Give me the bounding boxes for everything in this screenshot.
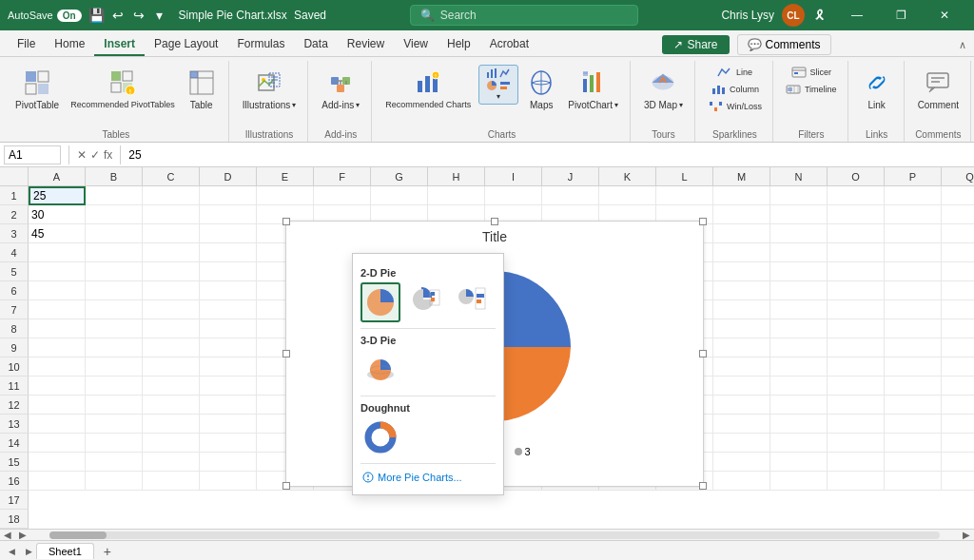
formula-input[interactable] <box>128 148 970 162</box>
tab-pagelayout[interactable]: Page Layout <box>145 33 227 56</box>
chart-type-dropdown[interactable]: 2-D Pie <box>352 253 504 495</box>
cancel-formula-icon[interactable]: ✕ <box>77 148 87 162</box>
cell-n2[interactable] <box>770 205 828 224</box>
row-9[interactable]: 9 <box>0 338 29 357</box>
tab-insert[interactable]: Insert <box>94 33 145 56</box>
cell-p3[interactable] <box>885 224 942 243</box>
cell-p2[interactable] <box>885 205 942 224</box>
link-button[interactable]: Link <box>858 65 896 114</box>
col-header-c[interactable]: C <box>143 167 200 185</box>
addins-button[interactable]: Add-ins ▾ <box>318 65 363 114</box>
cell-j1[interactable] <box>542 186 599 205</box>
col-header-j[interactable]: J <box>542 167 599 185</box>
resize-handle-bl[interactable] <box>282 482 290 490</box>
col-header-f[interactable]: F <box>314 167 371 185</box>
share-button[interactable]: ↗ Share <box>662 35 729 54</box>
row-16[interactable]: 16 <box>0 472 29 491</box>
cell-o2[interactable] <box>828 205 885 224</box>
cell-q3[interactable] <box>942 224 974 243</box>
cell-a3[interactable]: 45 <box>29 224 86 243</box>
maps-button[interactable]: Maps <box>522 65 560 114</box>
pivottable-button[interactable]: PivotTable <box>11 65 63 114</box>
cell-m1[interactable] <box>713 186 770 205</box>
cell-q1[interactable] <box>942 186 974 205</box>
tab-formulas[interactable]: Formulas <box>227 33 294 56</box>
scroll-left-arrow[interactable]: ◀ <box>0 530 15 541</box>
col-header-g[interactable]: G <box>371 167 428 185</box>
cell-m3[interactable] <box>713 224 770 243</box>
row-7[interactable]: 7 <box>0 300 29 319</box>
autosave-toggle[interactable]: AutoSave On <box>8 10 82 22</box>
cell-e1[interactable] <box>257 186 314 205</box>
resize-handle-l[interactable] <box>282 350 290 357</box>
redo-icon[interactable]: ↪ <box>131 8 146 23</box>
cell-k1[interactable] <box>599 186 656 205</box>
table-button[interactable]: Table <box>183 65 221 114</box>
doughnut-option[interactable] <box>360 417 400 457</box>
autosave-state[interactable]: On <box>57 10 82 22</box>
3dmap-button[interactable]: 3D Map ▾ <box>640 65 687 114</box>
tab-acrobat[interactable]: Acrobat <box>480 33 538 56</box>
cell-g1[interactable] <box>371 186 428 205</box>
2d-pie-exploded-option[interactable] <box>406 282 446 322</box>
save-icon[interactable]: 💾 <box>89 8 105 23</box>
sheet-tab-sheet1[interactable]: Sheet1 <box>36 543 94 559</box>
tab-view[interactable]: View <box>394 33 438 56</box>
cell-m2[interactable] <box>713 205 770 224</box>
resize-handle-br[interactable] <box>699 482 707 490</box>
user-avatar[interactable]: CL <box>782 4 805 27</box>
col-header-m[interactable]: M <box>713 167 770 185</box>
row-5[interactable]: 5 <box>0 262 29 281</box>
resize-handle-tr[interactable] <box>699 218 707 225</box>
tab-data[interactable]: Data <box>294 33 337 56</box>
pivotchart-button[interactable]: PivotChart ▾ <box>564 65 622 114</box>
sheet-scroll-right[interactable]: ▶ <box>21 546 36 557</box>
col-header-k[interactable]: K <box>599 167 656 185</box>
more-icon[interactable]: ▾ <box>152 8 167 23</box>
cell-n1[interactable] <box>770 186 828 205</box>
recommended-charts-button[interactable]: ! Recommended Charts <box>381 65 475 113</box>
minimize-button[interactable]: — <box>835 0 879 30</box>
search-input[interactable] <box>440 9 612 22</box>
tab-home[interactable]: Home <box>45 33 94 56</box>
cell-o3[interactable] <box>828 224 885 243</box>
undo-icon[interactable]: ↩ <box>110 8 126 23</box>
row-18[interactable]: 18 <box>0 510 29 529</box>
row-2[interactable]: 2 <box>0 205 29 224</box>
row-15[interactable]: 15 <box>0 453 29 472</box>
row-14[interactable]: 14 <box>0 434 29 453</box>
cell-b2[interactable] <box>86 205 143 224</box>
row-1[interactable]: 1 <box>0 186 29 205</box>
comments-button[interactable]: 💬 Comments <box>737 34 831 55</box>
cell-b3[interactable] <box>86 224 143 243</box>
ribbon-collapse-icon[interactable]: ∧ <box>955 35 970 55</box>
illustrations-button[interactable]: Illustrations ▾ <box>239 65 301 114</box>
cell-c3[interactable] <box>143 224 200 243</box>
winloss-sparkline-button[interactable]: Win/Loss <box>705 99 765 114</box>
col-header-b[interactable]: B <box>86 167 143 185</box>
cell-a4[interactable] <box>29 243 86 262</box>
cell-i1[interactable] <box>485 186 542 205</box>
more-charts-link[interactable]: More Pie Charts... <box>360 468 496 487</box>
row-12[interactable]: 12 <box>0 396 29 415</box>
cell-a2[interactable]: 30 <box>29 205 86 224</box>
2d-pie-option[interactable] <box>360 282 400 322</box>
row-11[interactable]: 11 <box>0 377 29 396</box>
col-header-i[interactable]: I <box>485 167 542 185</box>
row-6[interactable]: 6 <box>0 281 29 300</box>
cell-reference-box[interactable]: A1 <box>4 145 61 164</box>
insert-function-icon[interactable]: fx <box>104 148 112 162</box>
resize-handle-r[interactable] <box>699 350 707 357</box>
ribbon-icon[interactable]: 🎗 <box>812 8 828 23</box>
cell-f1[interactable] <box>314 186 371 205</box>
recommended-pivottables-button[interactable]: ! Recommended PivotTables <box>67 65 179 113</box>
col-header-l[interactable]: L <box>656 167 713 185</box>
cell-d2[interactable] <box>200 205 257 224</box>
col-header-d[interactable]: D <box>200 167 257 185</box>
row-10[interactable]: 10 <box>0 357 29 377</box>
add-sheet-button[interactable]: + <box>98 543 117 560</box>
scroll-right-arrow2[interactable]: ▶ <box>959 530 974 541</box>
scrollbar-track[interactable] <box>49 531 940 539</box>
cell-h1[interactable] <box>428 186 485 205</box>
col-header-q[interactable]: Q <box>942 167 974 185</box>
